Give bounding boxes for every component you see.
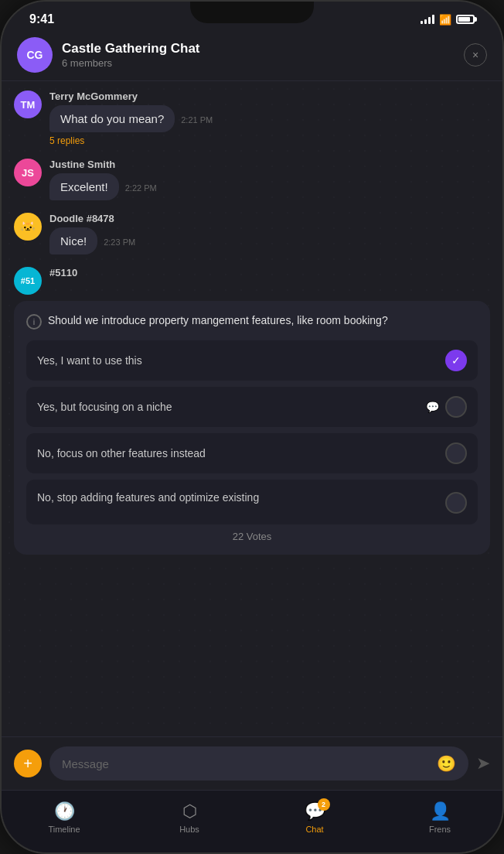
chat-badge: 2 bbox=[318, 798, 330, 811]
send-button[interactable]: ➤ bbox=[476, 753, 490, 774]
message-time: 2:23 PM bbox=[104, 237, 135, 247]
avatar: #51 bbox=[14, 267, 42, 295]
group-avatar: CG bbox=[17, 37, 53, 73]
message-input-field[interactable]: Message 🙂 bbox=[49, 746, 468, 781]
avatar: JS bbox=[14, 159, 42, 186]
message-row: JS Justine Smith Excelent! 2:22 PM bbox=[14, 159, 490, 200]
message-bubble-row: What do you mean? 2:21 PM bbox=[49, 105, 490, 132]
sender-name: Terry McGommery bbox=[49, 91, 490, 102]
poll-info-icon: i bbox=[26, 314, 42, 330]
poll-votes: 22 Votes bbox=[26, 531, 478, 542]
nav-label-hubs: Hubs bbox=[179, 825, 199, 834]
poll-question: Should we introduce property mangement f… bbox=[48, 313, 388, 329]
nav-item-hubs[interactable]: ⬡ Hubs bbox=[127, 798, 252, 837]
chat-area: TM Terry McGommery What do you mean? 2:2… bbox=[2, 81, 502, 736]
phone-frame: 9:41 📶 CG Castle Gathering Chat bbox=[0, 0, 504, 854]
phone-screen: 9:41 📶 CG Castle Gathering Chat bbox=[2, 2, 502, 852]
poll-option-right: 💬 bbox=[426, 396, 467, 418]
input-placeholder: Message bbox=[62, 757, 109, 770]
poll-radio-icon bbox=[445, 492, 467, 514]
message-time: 2:21 PM bbox=[181, 115, 213, 125]
nav-label-timeline: Timeline bbox=[48, 825, 80, 834]
timeline-icon: 🕐 bbox=[54, 801, 75, 822]
chat-header: CG Castle Gathering Chat 6 members × bbox=[2, 29, 502, 81]
sender-name: Doodle #8478 bbox=[49, 213, 490, 224]
message-content: Terry McGommery What do you mean? 2:21 P… bbox=[49, 91, 490, 146]
nav-label-chat: Chat bbox=[305, 825, 323, 834]
message-bubble: Nice! bbox=[49, 227, 97, 254]
poll-radio-icon bbox=[445, 442, 467, 464]
nav-item-timeline[interactable]: 🕐 Timeline bbox=[2, 798, 127, 837]
nav-label-frens: Frens bbox=[429, 825, 451, 834]
bottom-nav: 🕐 Timeline ⬡ Hubs 💬 2 Chat 👤 Frens bbox=[2, 790, 502, 852]
message-content: Justine Smith Excelent! 2:22 PM bbox=[49, 159, 490, 200]
poll-comment-icon: 💬 bbox=[426, 401, 439, 413]
status-icons: 📶 bbox=[421, 14, 475, 26]
poll-option-text: Yes, I want to use this bbox=[37, 354, 445, 367]
message-bubble-row: Excelent! 2:22 PM bbox=[49, 173, 490, 200]
poll-option[interactable]: No, stop adding features and optimize ex… bbox=[26, 480, 478, 524]
partial-message-row: #51 #5110 bbox=[14, 267, 490, 295]
message-input-area: + Message 🙂 ➤ bbox=[2, 736, 502, 790]
sender-name: #5110 bbox=[49, 267, 490, 278]
header-info: Castle Gathering Chat 6 members bbox=[62, 41, 464, 69]
wifi-icon: 📶 bbox=[439, 14, 451, 26]
poll-card: i Should we introduce property mangement… bbox=[14, 301, 490, 555]
poll-option[interactable]: Yes, but focusing on a niche 💬 bbox=[26, 387, 478, 427]
nav-item-frens[interactable]: 👤 Frens bbox=[377, 798, 502, 837]
signal-icon bbox=[421, 15, 434, 24]
avatar: TM bbox=[14, 91, 42, 118]
chat-title: Castle Gathering Chat bbox=[62, 41, 464, 56]
poll-radio-icon bbox=[445, 396, 467, 418]
poll-option-text: Yes, but focusing on a niche bbox=[37, 401, 426, 413]
notch bbox=[190, 2, 314, 23]
message-bubble: What do you mean? bbox=[49, 105, 175, 132]
hubs-icon: ⬡ bbox=[182, 801, 197, 822]
poll-option-text: No, stop adding features and optimize ex… bbox=[37, 490, 445, 506]
message-row: TM Terry McGommery What do you mean? 2:2… bbox=[14, 91, 490, 146]
nav-item-chat[interactable]: 💬 2 Chat bbox=[252, 798, 377, 837]
message-time: 2:22 PM bbox=[125, 183, 157, 193]
poll-option-right: ✓ bbox=[445, 350, 467, 371]
poll-option[interactable]: Yes, I want to use this ✓ bbox=[26, 340, 478, 381]
close-button[interactable]: × bbox=[464, 43, 487, 67]
message-bubble-row: Nice! 2:23 PM bbox=[49, 227, 490, 254]
chat-icon: 💬 2 bbox=[305, 801, 325, 822]
poll-option-right bbox=[445, 492, 467, 514]
poll-option-right bbox=[445, 442, 467, 464]
poll-check-icon: ✓ bbox=[445, 350, 467, 371]
battery-icon bbox=[456, 15, 475, 24]
status-time: 9:41 bbox=[29, 12, 54, 26]
message-bubble: Excelent! bbox=[49, 173, 119, 200]
message-content: Doodle #8478 Nice! 2:23 PM bbox=[49, 213, 490, 254]
avatar: 🐱 bbox=[14, 213, 42, 241]
poll-option-text: No, focus on other features instead bbox=[37, 447, 445, 459]
member-count: 6 members bbox=[62, 57, 464, 69]
frens-icon: 👤 bbox=[430, 801, 451, 822]
poll-option[interactable]: No, focus on other features instead bbox=[26, 433, 478, 473]
message-row: 🐱 Doodle #8478 Nice! 2:23 PM bbox=[14, 213, 490, 254]
sender-name: Justine Smith bbox=[49, 159, 490, 170]
message-content: #5110 bbox=[49, 267, 490, 282]
add-button[interactable]: + bbox=[14, 750, 42, 777]
replies-link[interactable]: 5 replies bbox=[49, 135, 490, 146]
emoji-icon[interactable]: 🙂 bbox=[437, 754, 456, 773]
poll-question-row: i Should we introduce property mangement… bbox=[26, 313, 478, 330]
